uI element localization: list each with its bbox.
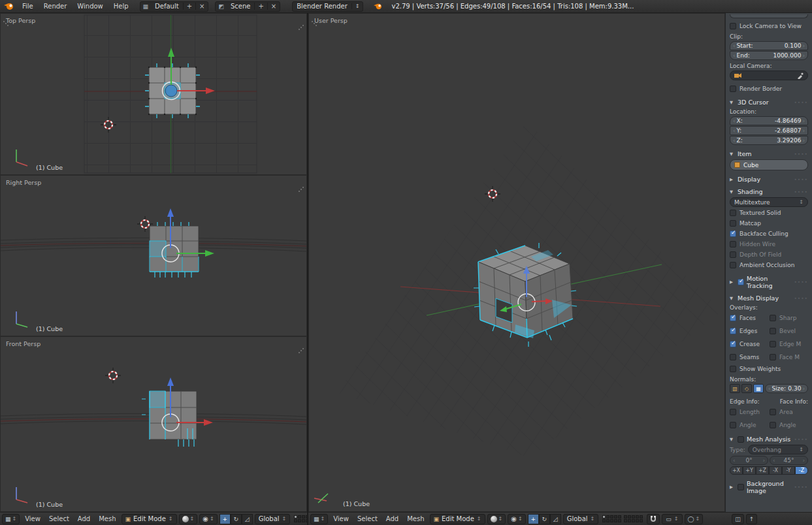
panel-grip-icon[interactable]: ∙∙∙∙ <box>794 296 808 301</box>
textured-solid-checkbox[interactable]: Textured Solid <box>730 208 808 217</box>
view-menu[interactable]: View <box>330 515 352 522</box>
blue-axis-arrow[interactable] <box>167 208 174 217</box>
faces-checkbox[interactable]: Faces <box>730 313 768 323</box>
add-menu[interactable]: Add <box>383 515 402 522</box>
face-angle-checkbox[interactable]: Angle <box>770 420 808 430</box>
checkbox-icon[interactable] <box>738 436 744 443</box>
axis-plus-x-button[interactable]: +X <box>730 466 743 475</box>
layers-widget[interactable] <box>294 515 307 522</box>
viewport-top[interactable]: Top Persp (1) Cube <box>0 13 307 175</box>
edge-mark-checkbox[interactable]: Edge M <box>770 339 808 349</box>
analysis-type-select[interactable]: Overhang ↕ <box>748 445 808 454</box>
mesh-menu[interactable]: Mesh <box>404 515 427 522</box>
red-axis-arrow[interactable] <box>204 419 213 426</box>
angle-max-field[interactable]: ‹ 45° › <box>770 456 808 465</box>
viewport-corner-handle[interactable] <box>299 187 304 192</box>
axis-minus-z-button[interactable]: -Z <box>795 466 808 475</box>
lock-camera-checkbox[interactable]: Lock Camera to View <box>730 21 808 31</box>
blender-logo-icon[interactable] <box>4 2 14 10</box>
menu-window[interactable]: Window <box>73 3 107 10</box>
select-menu[interactable]: Select <box>46 515 73 522</box>
add-menu[interactable]: Add <box>74 515 93 522</box>
checkbox-icon[interactable] <box>738 279 744 285</box>
scene-selector[interactable]: ◩ Scene + × <box>215 1 280 12</box>
backface-culling-checkbox[interactable]: Backface Culling <box>730 229 808 238</box>
sharp-checkbox[interactable]: Sharp <box>770 313 808 323</box>
translate-manipulator-button[interactable]: + <box>219 514 231 524</box>
scene-add-button[interactable]: + <box>254 3 267 10</box>
opengl-render-anim-button[interactable]: ↑ <box>746 514 758 524</box>
editor-type-button[interactable]: ▦ ↕ <box>2 514 20 524</box>
panel-grip-icon[interactable]: ∙∙∙∙ <box>794 189 808 195</box>
layer-grid-1[interactable] <box>294 515 307 522</box>
checkbox-icon[interactable] <box>738 484 744 490</box>
panel-grip-icon[interactable]: ∙∙∙∙ <box>794 151 808 157</box>
scale-manipulator-button[interactable]: ◿ <box>242 514 253 524</box>
panel-background-image-header[interactable]: ▶ Background Image ∙∙∙∙ <box>730 480 808 494</box>
layer-grid-2[interactable] <box>624 515 643 522</box>
viewport-corner-handle[interactable] <box>299 348 304 353</box>
edges-checkbox[interactable]: Edges <box>730 326 768 336</box>
face-area-checkbox[interactable]: Area <box>770 407 808 417</box>
render-border-checkbox[interactable]: Render Border <box>730 84 808 93</box>
panel-3d-cursor-header[interactable]: ▼ 3D Cursor ∙∙∙∙ <box>730 99 808 106</box>
menu-file[interactable]: File <box>18 3 38 10</box>
axis-plus-y-button[interactable]: +Y <box>743 466 756 475</box>
edge-angle-checkbox[interactable]: Angle <box>730 420 768 430</box>
scale-manipulator-button[interactable]: ◿ <box>550 514 561 524</box>
view-menu[interactable]: View <box>22 515 44 522</box>
eyedropper-icon[interactable] <box>797 72 804 79</box>
viewport-user[interactable]: User Persp (1) Cube <box>308 13 725 512</box>
scene-close-button[interactable]: × <box>267 3 280 10</box>
panel-grip-icon[interactable]: ∙∙∙∙ <box>794 279 808 285</box>
face-mark-checkbox[interactable]: Face M <box>770 352 808 362</box>
panel-shading-header[interactable]: ▼ Shading ∙∙∙∙ <box>730 188 808 195</box>
vertex-normals-button[interactable]: ▧ <box>730 384 740 393</box>
panel-grip-icon[interactable]: ∙∙∙∙ <box>794 100 808 105</box>
ambient-occlusion-checkbox[interactable]: Ambient Occlusion <box>730 260 808 270</box>
crease-checkbox[interactable]: Crease <box>730 339 768 349</box>
proportional-editing-button[interactable]: ◯ ↕ <box>685 514 704 524</box>
mesh-menu[interactable]: Mesh <box>95 515 119 522</box>
panel-motion-tracking-header[interactable]: ▶ Motion Tracking ∙∙∙∙ <box>730 275 808 289</box>
screen-layout-selector[interactable]: ▦ Default + × <box>140 1 209 12</box>
angle-min-field[interactable]: ‹ 0° › <box>730 456 768 465</box>
seams-checkbox[interactable]: Seams <box>730 352 768 362</box>
pivot-center-button[interactable]: ◉ ↕ <box>199 514 217 524</box>
face-normals-button[interactable]: ▦ <box>753 384 764 393</box>
show-weights-checkbox[interactable]: Show Weights <box>730 364 808 374</box>
item-name-field[interactable]: Cube <box>730 159 808 170</box>
pivot-center-button[interactable]: ◉ ↕ <box>508 514 525 524</box>
select-menu[interactable]: Select <box>354 515 381 522</box>
normals-size-field[interactable]: ‹ Size: 0.30 › <box>765 384 808 393</box>
shading-mode-select[interactable]: Multitexture ↕ <box>730 197 808 207</box>
loose-edge-normals-button[interactable]: ◇ <box>741 384 752 393</box>
viewport-right[interactable]: Right Persp (1) Cube <box>0 175 307 336</box>
cursor-y-field[interactable]: ‹ Y: -2.68807 › <box>730 126 808 135</box>
green-axis-arrow[interactable] <box>205 250 214 257</box>
translate-manipulator-button[interactable]: + <box>528 514 539 524</box>
cursor-z-field[interactable]: ‹ Z: 3.29206 › <box>730 136 808 145</box>
viewport-front[interactable]: Front Persp (1) Cube <box>0 336 307 512</box>
cube-mesh[interactable] <box>150 222 199 278</box>
viewport-shading-button[interactable]: ↕ <box>487 514 506 524</box>
opengl-render-image-button[interactable]: ◫ <box>732 514 744 524</box>
layer-grid-1[interactable] <box>602 515 621 522</box>
cube-mesh[interactable] <box>142 391 197 447</box>
snap-element-select[interactable]: ▭ ↕ <box>662 514 682 524</box>
axis-minus-x-button[interactable]: -X <box>769 466 782 475</box>
mode-select[interactable]: ▣ Edit Mode ↕ <box>430 514 485 524</box>
panel-grip-icon[interactable]: ∙∙∙∙ <box>794 177 808 182</box>
panel-grip-icon[interactable]: ∙∙∙∙ <box>794 485 808 490</box>
screen-layout-close-button[interactable]: × <box>195 3 208 10</box>
viewport-shading-button[interactable]: ↕ <box>179 514 198 524</box>
clip-start-field[interactable]: ‹ Start: 0.100 › <box>730 41 808 50</box>
menu-render[interactable]: Render <box>39 3 72 10</box>
orientation-select[interactable]: Global ↕ <box>255 514 291 524</box>
rotate-manipulator-button[interactable]: ↻ <box>231 514 242 524</box>
snap-button[interactable] <box>647 514 660 524</box>
bevel-checkbox[interactable]: Bevel <box>770 326 808 336</box>
editor-type-button[interactable]: ▦ ↕ <box>310 514 328 524</box>
screen-layout-add-button[interactable]: + <box>183 3 195 10</box>
cursor-3d-icon[interactable] <box>105 368 121 383</box>
